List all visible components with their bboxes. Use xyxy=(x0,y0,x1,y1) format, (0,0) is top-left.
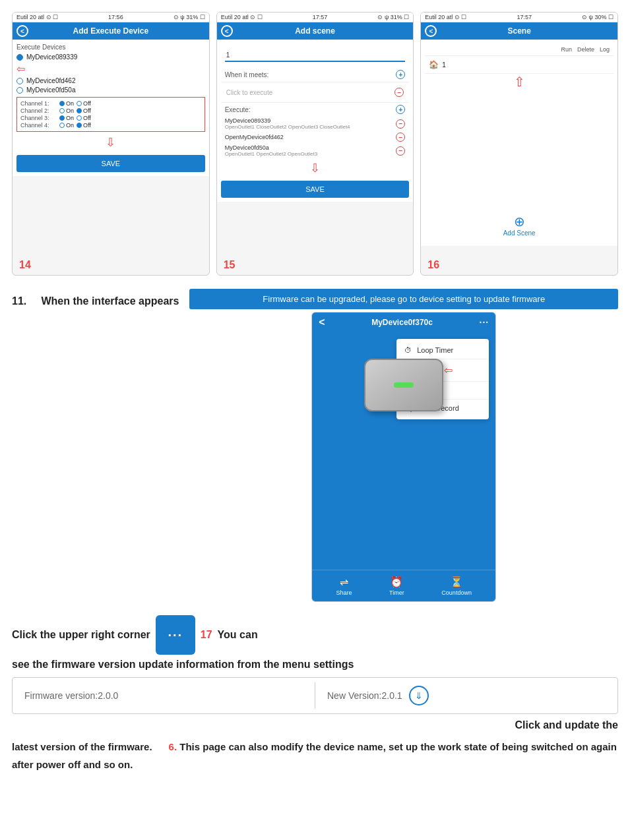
screenshot-15: Eutil 20 atl ⊙ ☐ 17:57 ⊙ ψ 31% ☐ < Add s… xyxy=(216,12,414,276)
share-button[interactable]: ⇌ Share xyxy=(336,576,352,596)
device-phone-17: < MyDevice0f370c ··· ⏱ Loop Timer ⚙ Sett… xyxy=(311,312,496,602)
when-meets-plus[interactable]: + xyxy=(396,70,405,79)
exec-device-2: MyDevice0fd50a OpenOutlet1 OpenOutlet2 O… xyxy=(221,143,410,158)
channel-grid-14: Channel 1: On Off Channel 2: On Off Chan… xyxy=(16,97,205,132)
back-arrow-16[interactable]: < xyxy=(425,25,437,37)
right-content: Firmware can be upgraded, please go to d… xyxy=(189,289,618,602)
execute-section: Execute: + xyxy=(221,103,410,116)
body-16: Run Delete Log 🏠 1 ⇧ ⊕ Add Scene xyxy=(421,40,617,246)
back-arrow-17[interactable]: < xyxy=(319,316,325,328)
step-11-label: When the interface appears xyxy=(41,295,179,307)
screenshot-label-15: 15 xyxy=(224,259,236,271)
home-icon: 🏠 xyxy=(429,60,439,69)
switch-indicator xyxy=(394,382,414,388)
status-bar-15: Eutil 20 atl ⊙ ☐ 17:57 ⊙ ψ 31% ☐ xyxy=(217,13,414,22)
header-title-16: Scene xyxy=(508,26,531,36)
back-arrow-14[interactable]: < xyxy=(16,25,28,37)
click-execute-row: Click to execute − xyxy=(221,82,410,103)
share-label: Share xyxy=(336,589,352,596)
screenshot-label-16: 16 xyxy=(427,259,439,271)
menu-item-loop-timer[interactable]: ⏱ Loop Timer xyxy=(396,342,489,359)
exec-minus-0[interactable]: − xyxy=(396,119,405,129)
header-title-15: Add scene xyxy=(295,26,335,36)
firmware-upgrade-banner: Firmware can be upgraded, please go to d… xyxy=(189,289,618,309)
timer-label: Timer xyxy=(389,589,404,596)
loop-timer-label: Loop Timer xyxy=(417,346,453,354)
screenshot-label-14: 14 xyxy=(19,259,31,271)
channel-row-2: Channel 3: On Off xyxy=(20,115,201,121)
screenshot-14: Eutil 20 atl ⊙ ☐ 17:56 ⊙ ψ 31% ☐ < Add E… xyxy=(12,12,210,276)
header-15: < Add scene xyxy=(217,22,414,40)
middle-section: 11. When the interface appears Firmware … xyxy=(0,282,630,609)
add-scene-label[interactable]: Add Scene xyxy=(430,229,608,237)
switch-box[interactable] xyxy=(364,359,443,411)
firmware-version-text: Firmware version:2.0.0 xyxy=(24,690,118,701)
channel-row-1: Channel 2: On Off xyxy=(20,107,201,114)
red-arrow-left-14: ⇦ xyxy=(16,63,205,75)
loop-timer-icon: ⏱ xyxy=(404,346,412,354)
see-firmware-text: see the firmware version update informat… xyxy=(12,659,618,671)
scene-actions: Run Delete Log xyxy=(425,44,614,56)
click-update-text: Click and update the xyxy=(12,719,618,731)
scene-item-1: 🏠 1 xyxy=(425,56,614,74)
final-text-block: latest version of the firmware. 6. This … xyxy=(12,738,618,773)
save-button-14[interactable]: SAVE xyxy=(16,155,205,172)
new-version-text: New Version:2.0.1 xyxy=(327,690,402,701)
screenshots-row: Eutil 20 atl ⊙ ☐ 17:56 ⊙ ψ 31% ☐ < Add E… xyxy=(0,0,630,282)
scene-name-input[interactable]: 1 xyxy=(225,49,406,62)
when-meets-row: When it meets: + xyxy=(221,67,410,82)
channel-row-0: Channel 1: On Off xyxy=(20,100,201,107)
bottom-phone-bar: ⇌ Share ⏰ Timer ⏳ Countdown xyxy=(312,570,495,601)
header-16: < Scene xyxy=(421,22,617,40)
latest-version-text: latest version of the firmware. xyxy=(12,741,152,752)
step-11-number: 11. xyxy=(12,295,26,307)
add-scene-bottom: ⊕ Add Scene xyxy=(425,208,614,242)
click-corner-text: Click the upper right corner xyxy=(12,629,150,641)
execute-label-14: Execute Devices xyxy=(16,44,205,51)
device-phone-header: < MyDevice0f370c ··· xyxy=(312,313,495,332)
scene-up-arrow: ⇧ xyxy=(425,74,614,90)
header-14: < Add Execute Device xyxy=(13,22,209,40)
exec-device-0: MyDevice089339 OpenOutlet1 CloseOutlet2 … xyxy=(221,116,410,131)
body-14: Execute Devices MyDevice089339 ⇦ MyDevic… xyxy=(13,40,209,176)
countdown-label: Countdown xyxy=(441,589,472,596)
exec-minus-2[interactable]: − xyxy=(396,146,405,156)
execute-plus[interactable]: + xyxy=(396,105,405,114)
radio-device-2[interactable] xyxy=(16,87,23,94)
device-row-0: MyDevice089339 xyxy=(16,53,205,61)
add-scene-plus-btn[interactable]: ⊕ xyxy=(430,214,608,229)
device-phone-body: ⏱ Loop Timer ⚙ Setting ⇦ 🗑 Delete xyxy=(312,332,495,570)
note-number: 6. xyxy=(169,741,177,752)
device-row-1: MyDevice0fd462 xyxy=(16,77,205,84)
exec-minus-1[interactable]: − xyxy=(396,133,405,142)
firmware-version-bar: Firmware version:2.0.0 New Version:2.0.1… xyxy=(12,677,618,714)
radio-device-1[interactable] xyxy=(16,78,23,84)
bottom-section: Click the upper right corner ··· 17 You … xyxy=(0,609,630,780)
download-button[interactable]: ⇓ xyxy=(409,686,429,705)
click-corner-row: Click the upper right corner ··· 17 You … xyxy=(12,615,618,655)
radio-device-0[interactable] xyxy=(16,54,23,61)
red-arrow-down-15: ⇩ xyxy=(221,161,410,175)
click-execute-minus[interactable]: − xyxy=(394,88,404,97)
countdown-icon: ⏳ xyxy=(450,576,463,588)
save-button-15[interactable]: SAVE xyxy=(221,181,410,198)
channel-row-3: Channel 4: On Off xyxy=(20,122,201,129)
red-arrow-setting: ⇦ xyxy=(444,364,453,376)
step-11-text: 11. When the interface appears xyxy=(12,295,179,307)
status-bar-16: Eutil 20 atl ⊙ ☐ 17:57 ⊙ ψ 30% ☐ xyxy=(421,13,617,22)
countdown-button[interactable]: ⏳ Countdown xyxy=(441,576,472,596)
header-title-14: Add Execute Device xyxy=(73,26,148,36)
device-row-2: MyDevice0fd50a xyxy=(16,86,205,94)
screenshot-16: Eutil 20 atl ⊙ ☐ 17:57 ⊙ ψ 30% ☐ < Scene… xyxy=(420,12,618,276)
firmware-version-block: Firmware version:2.0.0 xyxy=(13,682,315,709)
step-11-block: 11. When the interface appears xyxy=(12,289,179,311)
back-arrow-15[interactable]: < xyxy=(221,25,233,37)
timer-button[interactable]: ⏰ Timer xyxy=(389,576,404,596)
three-dots-header[interactable]: ··· xyxy=(480,317,489,328)
status-bar-14: Eutil 20 atl ⊙ ☐ 17:56 ⊙ ψ 31% ☐ xyxy=(13,13,209,22)
share-icon: ⇌ xyxy=(340,576,348,588)
dots-button[interactable]: ··· xyxy=(156,615,195,655)
exec-device-1: OpenMyDevice0fd462 − xyxy=(221,131,410,143)
red-arrow-down-14: ⇩ xyxy=(16,135,205,150)
new-version-block: New Version:2.0.1 ⇓ xyxy=(315,678,617,713)
